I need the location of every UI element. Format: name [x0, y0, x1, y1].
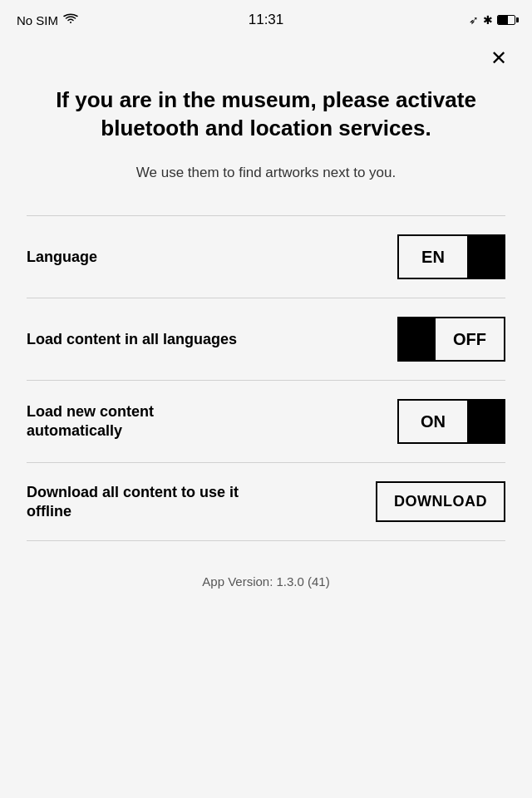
load-languages-button[interactable]: OFF — [397, 317, 505, 362]
load-languages-square — [399, 318, 436, 360]
status-left: No SIM — [17, 13, 78, 27]
close-button[interactable]: ✕ — [482, 42, 515, 75]
load-new-content-square — [467, 401, 504, 442]
language-label: Language — [27, 248, 97, 267]
battery-icon — [497, 15, 515, 25]
download-label: Download all content to use it offline — [27, 483, 243, 522]
wifi-icon — [63, 13, 78, 27]
download-row: Download all content to use it offline D… — [27, 462, 505, 541]
bluetooth-icon: ✱ — [483, 13, 493, 27]
status-time: 11:31 — [249, 12, 284, 28]
subtitle: We use them to find artworks next to you… — [27, 163, 505, 183]
status-bar: No SIM 11:31 ➶ ✱ — [0, 0, 532, 37]
headline: If you are in the museum, please activat… — [27, 86, 505, 143]
load-languages-value: OFF — [436, 330, 504, 349]
version-text: App Version: 1.3.0 (41) — [27, 574, 505, 589]
language-button[interactable]: EN — [397, 234, 505, 279]
load-languages-row: Load content in all languages OFF — [27, 298, 505, 380]
language-row: Language EN — [27, 215, 505, 298]
load-languages-label: Load content in all languages — [27, 330, 237, 349]
language-value: EN — [399, 248, 467, 267]
load-new-content-value: ON — [399, 412, 467, 431]
load-new-content-label: Load new content automatically — [27, 402, 243, 441]
main-content: If you are in the museum, please activat… — [0, 37, 532, 605]
load-new-content-button[interactable]: ON — [397, 399, 505, 444]
download-button[interactable]: DOWNLOAD — [376, 481, 505, 522]
location-icon: ➶ — [469, 13, 479, 27]
language-square — [467, 236, 504, 278]
status-right: ➶ ✱ — [469, 13, 515, 27]
carrier-text: No SIM — [17, 13, 58, 27]
load-new-content-row: Load new content automatically ON — [27, 380, 505, 462]
